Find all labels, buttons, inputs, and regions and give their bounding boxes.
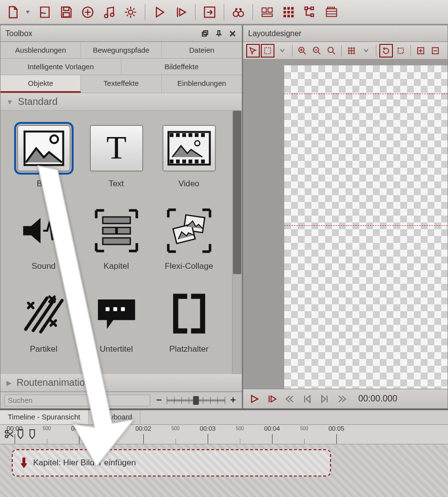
section-standard-header[interactable]: ▼ Standard bbox=[0, 93, 242, 111]
object-item-platzhalter[interactable]: Platzhalter bbox=[156, 291, 222, 362]
svg-text:T: T bbox=[106, 129, 126, 166]
next-frame-button[interactable] bbox=[318, 393, 331, 405]
chevron-right-icon: ▶ bbox=[6, 379, 12, 387]
new-file-dropdown-arrow-icon[interactable] bbox=[26, 11, 30, 14]
settings-button[interactable] bbox=[121, 3, 140, 21]
timecode-display: 00:00.000 bbox=[358, 394, 397, 404]
toolbox-panel: Toolbox Ausblendungen Bewegungspfade Dat… bbox=[0, 25, 243, 409]
layout-toolbar bbox=[243, 42, 448, 60]
zoom-in-canvas-button[interactable] bbox=[295, 44, 309, 58]
timeline-ruler[interactable]: 00:0050000:0150000:0250000:0350000:04500… bbox=[0, 425, 448, 444]
tree-view-button[interactable] bbox=[301, 3, 319, 21]
scrollbar-thumb[interactable] bbox=[233, 111, 241, 274]
zoom-out-button[interactable]: − bbox=[154, 395, 164, 406]
timeline-track[interactable]: Kapitel: Hier Bilder einfügen bbox=[0, 444, 448, 497]
search-input[interactable] bbox=[4, 395, 150, 406]
svg-rect-40 bbox=[201, 133, 205, 137]
grid-toggle-button[interactable] bbox=[345, 44, 358, 58]
play-from-button[interactable] bbox=[172, 3, 190, 21]
section-routes-header[interactable]: ▶ Routenanimationen bbox=[0, 374, 242, 392]
tab-dateien[interactable]: Dateien bbox=[162, 42, 242, 58]
remove-layer-button[interactable] bbox=[429, 44, 442, 58]
tab-objekte[interactable]: Objekte bbox=[0, 75, 81, 93]
ruler-minor-label: 500 bbox=[300, 426, 309, 431]
layout-canvas[interactable] bbox=[243, 60, 448, 389]
tool-dropdown-arrow-icon[interactable] bbox=[275, 44, 289, 58]
prev-frame-button[interactable] bbox=[301, 393, 313, 405]
guide-line[interactable] bbox=[284, 94, 448, 94]
chapter-clip[interactable]: Kapitel: Hier Bilder einfügen bbox=[12, 449, 331, 477]
svg-rect-51 bbox=[102, 238, 130, 244]
guide-line[interactable] bbox=[284, 225, 448, 226]
object-item-bild[interactable]: Bild bbox=[10, 125, 77, 197]
panel-pin-icon[interactable] bbox=[214, 29, 223, 38]
toolbar-separator bbox=[224, 4, 224, 20]
rewind-button[interactable] bbox=[283, 393, 296, 405]
add-button[interactable] bbox=[78, 3, 97, 21]
new-file-button[interactable] bbox=[4, 3, 22, 21]
object-item-video[interactable]: Video bbox=[156, 125, 222, 197]
placeholder-icon bbox=[163, 291, 215, 337]
timeline-panel: Timeline - Spuransicht Storyboard 00:005… bbox=[0, 409, 448, 497]
svg-rect-24 bbox=[327, 9, 337, 17]
fast-forward-button[interactable] bbox=[336, 393, 349, 405]
tab-timeline[interactable]: Timeline - Spuransicht bbox=[0, 410, 89, 424]
zoom-slider[interactable] bbox=[167, 399, 225, 401]
panel-restore-icon[interactable] bbox=[201, 29, 210, 38]
select-tool-button[interactable] bbox=[246, 44, 260, 58]
ruler-minor-label: 500 bbox=[107, 426, 116, 431]
storyboard-panel-button[interactable] bbox=[322, 3, 341, 21]
music-button[interactable] bbox=[100, 3, 118, 21]
object-item-untertitel[interactable]: Untertitel bbox=[83, 291, 150, 362]
play-from-cursor-button[interactable] bbox=[266, 393, 278, 405]
object-item-flexi-collage[interactable]: Flexi-Collage bbox=[156, 208, 222, 279]
zoom-fit-button[interactable] bbox=[325, 44, 338, 58]
svg-rect-61 bbox=[398, 48, 404, 53]
marquee-tool-button[interactable] bbox=[261, 44, 274, 58]
search-binoculars-button[interactable] bbox=[229, 3, 248, 21]
zoom-slider-knob[interactable] bbox=[193, 396, 199, 405]
svg-point-60 bbox=[328, 47, 333, 52]
main-toolbar bbox=[0, 0, 448, 24]
tab-bildeffekte[interactable]: Bildeffekte bbox=[121, 59, 242, 75]
ruler-label: 00:01 bbox=[71, 425, 87, 432]
tab-storyboard[interactable]: Storyboard bbox=[89, 410, 140, 424]
object-item-text[interactable]: T Text bbox=[83, 125, 150, 197]
toolbox-scrollbar[interactable] bbox=[232, 111, 242, 374]
crop-button[interactable] bbox=[394, 44, 408, 58]
svg-rect-50 bbox=[117, 228, 130, 234]
tab-ausblendungen[interactable]: Ausblendungen bbox=[0, 42, 81, 58]
layoutdesigner-title: Layoutdesigner bbox=[248, 29, 301, 38]
ruler-minor-label: 500 bbox=[43, 426, 51, 431]
marker-right-icon[interactable] bbox=[27, 429, 38, 441]
layout-panels-button[interactable] bbox=[258, 3, 276, 21]
ruler-minor-label: 500 bbox=[236, 426, 244, 431]
add-layer-button[interactable] bbox=[414, 44, 428, 58]
rotate-button[interactable] bbox=[379, 44, 393, 58]
svg-rect-38 bbox=[188, 133, 192, 137]
tab-intelligente-vorlagen[interactable]: Intelligente Vorlagen bbox=[0, 59, 121, 75]
svg-rect-57 bbox=[265, 47, 271, 54]
play-button[interactable] bbox=[150, 3, 169, 21]
open-button[interactable] bbox=[36, 3, 54, 21]
export-button[interactable] bbox=[200, 3, 219, 21]
object-label: Text bbox=[109, 179, 124, 189]
save-button[interactable] bbox=[57, 3, 76, 21]
ruler-label: 00:00 bbox=[7, 425, 23, 432]
object-item-kapitel[interactable]: Kapitel bbox=[83, 208, 150, 279]
svg-rect-12 bbox=[284, 7, 286, 9]
tool-dropdown-arrow-icon[interactable] bbox=[359, 44, 373, 58]
tab-texteffekte[interactable]: Texteffekte bbox=[81, 75, 161, 93]
play-button[interactable] bbox=[248, 393, 261, 405]
object-label: Platzhalter bbox=[169, 344, 208, 354]
tab-bewegungspfade[interactable]: Bewegungspfade bbox=[81, 42, 161, 58]
zoom-out-canvas-button[interactable] bbox=[310, 44, 324, 58]
grid-view-button[interactable] bbox=[279, 3, 298, 21]
panel-close-icon[interactable] bbox=[228, 29, 237, 38]
tab-einblendungen[interactable]: Einblendungen bbox=[162, 75, 242, 93]
zoom-in-button[interactable]: + bbox=[228, 395, 238, 406]
object-item-partikel[interactable]: Partikel bbox=[10, 291, 77, 362]
svg-rect-54 bbox=[105, 307, 109, 311]
object-label: Flexi-Collage bbox=[165, 261, 213, 271]
object-item-sound[interactable]: Sound bbox=[10, 208, 77, 279]
